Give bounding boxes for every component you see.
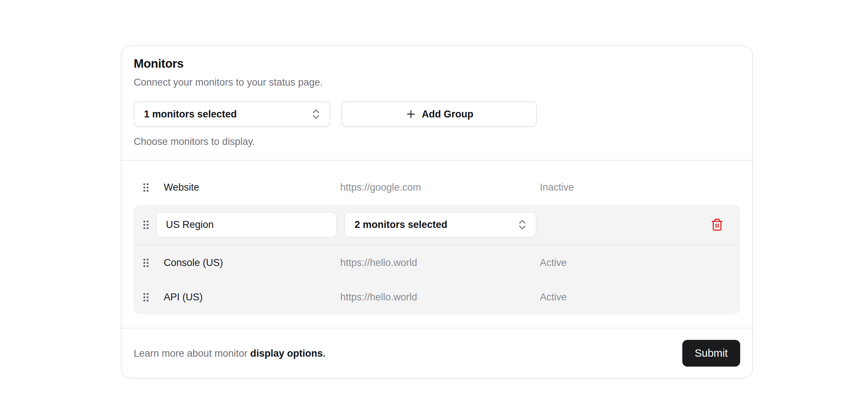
add-group-label: Add Group <box>422 109 474 120</box>
monitor-status: Inactive <box>540 182 740 193</box>
trash-icon <box>711 218 724 231</box>
monitor-status: Active <box>540 257 740 269</box>
monitor-url: https://hello.world <box>340 257 540 269</box>
monitor-row: Website https://google.com Inactive <box>134 170 740 205</box>
page-title: Monitors <box>134 56 740 71</box>
page: Monitors Connect your monitors to your s… <box>0 45 868 379</box>
helper-text: Choose monitors to display. <box>134 135 740 148</box>
drag-handle-icon[interactable] <box>143 183 149 192</box>
monitors-card: Monitors Connect your monitors to your s… <box>121 45 753 379</box>
group-monitors-select[interactable]: 2 monitors selected <box>344 212 537 237</box>
drag-handle-icon[interactable] <box>143 293 149 302</box>
handle-cell <box>134 258 164 267</box>
monitor-name: API (US) <box>164 292 340 303</box>
card-footer: Learn more about monitor display options… <box>122 329 752 378</box>
handle-cell <box>134 293 164 302</box>
monitors-select[interactable]: 1 monitors selected <box>134 101 330 127</box>
card-header: Monitors Connect your monitors to your s… <box>122 46 752 160</box>
learn-more-text: Learn more about monitor display options… <box>134 347 326 360</box>
handle-cell <box>134 183 164 192</box>
plus-icon <box>405 108 417 120</box>
monitor-group-panel: 2 monitors selected <box>134 205 740 314</box>
group-name-input[interactable] <box>156 212 337 237</box>
chevrons-up-down-icon <box>516 218 528 231</box>
monitors-select-value: 1 monitors selected <box>144 109 237 120</box>
monitor-row: API (US) https://hello.world Active <box>134 280 740 314</box>
monitor-url: https://google.com <box>340 182 540 193</box>
learn-more-suffix: . <box>323 348 326 359</box>
page-subtitle: Connect your monitors to your status pag… <box>134 76 740 89</box>
monitor-row: Console (US) https://hello.world Active <box>134 245 740 280</box>
drag-handle-icon[interactable] <box>143 220 149 229</box>
add-group-button[interactable]: Add Group <box>341 101 537 127</box>
monitor-name: Website <box>164 182 340 193</box>
monitor-status: Active <box>540 292 740 303</box>
monitor-name: Console (US) <box>164 257 340 269</box>
monitor-url: https://hello.world <box>340 292 540 303</box>
group-header-row: 2 monitors selected <box>134 205 740 245</box>
submit-button[interactable]: Submit <box>682 340 740 367</box>
learn-more-prefix: Learn more about monitor <box>134 348 248 359</box>
chevrons-up-down-icon <box>310 108 322 120</box>
group-monitors-select-value: 2 monitors selected <box>355 219 448 230</box>
display-options-link[interactable]: display options <box>250 348 323 359</box>
delete-group-button[interactable] <box>709 217 725 233</box>
monitor-list: Website https://google.com Inactive 2 mo… <box>122 161 752 328</box>
header-controls: 1 monitors selected Add Group <box>134 101 740 127</box>
drag-handle-icon[interactable] <box>143 258 149 267</box>
